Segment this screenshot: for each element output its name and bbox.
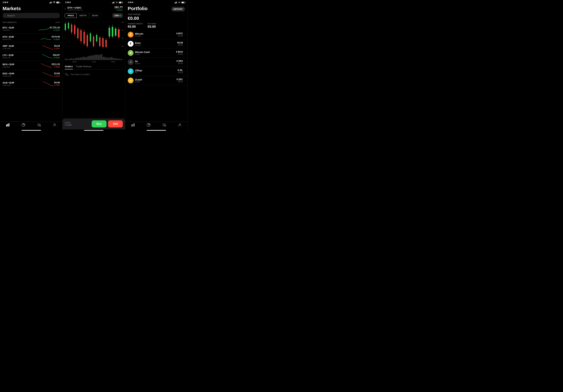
svg-rect-65 <box>102 38 103 47</box>
list-item[interactable]: Ƀ Bitcoin Cash 1.40% 0 BCH €0.00 › <box>125 49 188 58</box>
asset-name: 0x <box>135 60 177 63</box>
market-info: BCH • EUR 2.5k BCH <box>3 63 40 68</box>
market-price-wrap: €7,731.10 +3.22% <box>50 26 60 31</box>
fiat-markets-label: FIAT MARKETS <box>3 21 17 23</box>
available-value: €0.00 <box>128 25 143 28</box>
crypto-balance: 0 ZEC <box>177 78 183 81</box>
svg-rect-6 <box>9 123 9 126</box>
market-price-wrap: €0.05 -3.78% <box>54 81 60 86</box>
volume-bars <box>63 54 125 60</box>
portfolio-time: 3:59 <box>128 1 133 3</box>
market-price-wrap: €174.44 +3.69% <box>52 35 60 41</box>
fiat-balance: €0.00 <box>176 53 183 55</box>
list-item[interactable]: EOS • EUR 76.9k EOS €2.84 -3.10% <box>0 70 62 79</box>
pie-icon <box>21 123 25 127</box>
svg-point-95 <box>165 125 166 126</box>
svg-rect-13 <box>113 2 113 3</box>
total-holdings-value: €0.00 <box>128 16 185 21</box>
portfolio-title: Portfolio <box>128 6 148 11</box>
nav-orders[interactable] <box>162 123 166 127</box>
markets-header: Markets ⌕ Search <box>0 4 62 20</box>
deposit-button[interactable]: DEPOSIT <box>171 7 185 12</box>
spark-chart-eos <box>42 72 54 78</box>
list-item[interactable]: ✕ 0x 0.00% 0 ZRX €0.00 › <box>125 58 188 67</box>
asset-name: Bitcoin <box>135 32 176 35</box>
total-holdings-label: Total holdings <box>128 13 185 15</box>
trading-status-bar: 3:58 <box>63 0 125 4</box>
search-bar[interactable]: ⌕ Search <box>3 13 60 18</box>
list-item[interactable]: € Euro 11.02% €0.00 €0.00 › <box>125 39 188 49</box>
market-info: BTC • EUR 2.0k BTC <box>3 26 38 31</box>
market-info: XLM • EUR 6.3M XLM <box>3 81 42 86</box>
search-placeholder: Search <box>7 14 15 17</box>
list-item[interactable]: LTC • EUR 30.4k LTC €52.67 +0.02% <box>0 52 62 61</box>
usdc-balance: 0 USDC <box>65 124 90 126</box>
svg-rect-62 <box>99 37 101 46</box>
tab-book[interactable]: BOOK <box>89 13 101 18</box>
market-change: -3.78% <box>54 84 60 86</box>
list-item[interactable]: BTC • EUR 2.0k BTC €7,731.10 +3.22% <box>0 24 62 34</box>
list-item[interactable]: Z Zilliqa 0% 0 ZIL €0.00 › <box>125 67 188 76</box>
orders-search-icon <box>65 73 69 76</box>
asset-info: Bitcoin Cash 1.40% <box>135 51 176 55</box>
tab-trade-history[interactable]: Trade History <box>76 65 91 69</box>
asset-name: Bitcoin Cash <box>135 51 176 53</box>
nav-markets[interactable] <box>131 123 135 127</box>
timeframe-button[interactable]: 15M <box>113 13 123 18</box>
list-item[interactable]: ⓩ Zcash 0.00% 0 ZEC €0.00 › <box>125 76 188 85</box>
asset-icon-zil: Z <box>128 68 134 74</box>
asset-icon-zrx: ✕ <box>128 59 134 65</box>
chart-tabs: PRICE DEPTH BOOK 15M <box>63 12 125 19</box>
asset-info: Zilliqa 0% <box>135 69 178 74</box>
nav-account[interactable] <box>53 123 57 127</box>
svg-rect-59 <box>93 37 94 46</box>
list-item[interactable]: ETH • EUR 34.4k ETH €174.44 +3.69% <box>0 34 62 43</box>
nav-account[interactable] <box>178 123 182 127</box>
spark-chart-xlm <box>42 81 54 87</box>
time-label-1: 08:00 <box>73 61 77 63</box>
on-orders: On orders €0.00 <box>148 23 156 28</box>
list-item[interactable]: XLM • EUR 6.3M XLM €0.05 -3.78% <box>0 79 62 88</box>
tab-depth[interactable]: DEPTH <box>77 13 89 18</box>
asset-name: Zilliqa <box>135 69 178 72</box>
asset-balance: 0 ZEC €0.00 <box>177 78 183 83</box>
market-pair: LTC • EUR <box>3 54 42 57</box>
sell-button[interactable]: Sell <box>108 120 123 127</box>
spark-chart-bch <box>40 63 52 68</box>
tab-orders[interactable]: Orders <box>65 65 73 69</box>
back-button[interactable]: ‹ <box>65 7 66 11</box>
market-pair: ETH • EUR <box>3 36 40 38</box>
nav-portfolio[interactable] <box>147 123 151 127</box>
wifi-icon <box>115 1 118 3</box>
nav-orders[interactable] <box>37 123 41 127</box>
asset-pct: 0.00% <box>135 63 177 64</box>
list-item[interactable]: ₿ Bitcoin 87.58% 0 BTC €0.00 › <box>125 30 188 39</box>
chevron-right-icon: › <box>184 79 185 82</box>
svg-text:190: 190 <box>121 37 124 39</box>
market-change: +3.22% <box>50 29 60 31</box>
trading-pair-name: ETH • USDC <box>67 6 113 9</box>
trade-balance: 0 ETH 0 USDC <box>65 122 90 126</box>
market-price-wrap: €2.84 -3.10% <box>54 72 60 77</box>
svg-rect-29 <box>96 35 97 41</box>
asset-info: Bitcoin 87.58% <box>135 32 176 37</box>
list-item[interactable]: BCH • EUR 2.5k BCH €211.33 -0.48% <box>0 61 62 70</box>
svg-rect-47 <box>77 28 79 38</box>
tab-price[interactable]: PRICE <box>65 13 77 18</box>
nav-markets[interactable] <box>6 123 10 127</box>
list-item[interactable]: XRP • EUR 5.1M XRP €0.24 -4.52% <box>0 43 62 52</box>
chevron-right-icon: › <box>184 33 185 36</box>
markets-time: 3:58 <box>3 1 8 3</box>
buy-button[interactable]: Buy <box>92 120 106 127</box>
svg-rect-86 <box>177 1 177 3</box>
nav-portfolio[interactable] <box>21 123 25 127</box>
chevron-right-icon: › <box>184 70 185 73</box>
asset-pct: 11.02% <box>135 44 177 46</box>
asset-list: ₿ Bitcoin 87.58% 0 BTC €0.00 › € Euro 11… <box>125 30 188 122</box>
chevron-right-icon: › <box>184 61 185 63</box>
market-price: €211.33 <box>52 63 60 65</box>
market-change: -4.52% <box>54 48 60 50</box>
asset-balance: 0 BTC €0.00 <box>176 32 183 37</box>
market-change: -3.10% <box>54 75 60 77</box>
asset-info: Zcash 0.00% <box>135 78 177 83</box>
